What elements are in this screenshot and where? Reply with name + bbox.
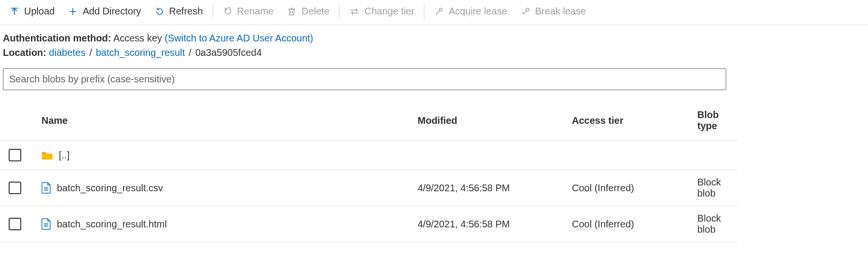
- row-blob-type: Block blob: [692, 206, 738, 242]
- breadcrumb-segment[interactable]: diabetes: [49, 45, 86, 60]
- svg-line-13: [436, 14, 437, 15]
- location-label: Location:: [3, 45, 46, 60]
- table-header-row: Name Modified Access tier Blob type: [0, 104, 738, 141]
- col-check-header: [0, 104, 37, 141]
- row-modified: 4/9/2021, 4:56:58 PM: [413, 206, 567, 242]
- refresh-button[interactable]: Refresh: [148, 3, 210, 20]
- trash-icon: [287, 7, 297, 16]
- table-row[interactable]: batch_scoring_result.html 4/9/2021, 4:56…: [0, 206, 738, 242]
- row-name: batch_scoring_result.csv: [57, 183, 163, 194]
- breadcrumb-sep: /: [189, 45, 191, 60]
- svg-line-12: [436, 11, 440, 14]
- col-tier-header[interactable]: Access tier: [567, 104, 692, 141]
- change-tier-icon: [349, 7, 360, 16]
- search-wrap: [0, 62, 868, 95]
- add-directory-button[interactable]: Add Directory: [61, 3, 148, 20]
- refresh-label: Refresh: [169, 6, 203, 17]
- row-access-tier: Cool (Inferred): [567, 170, 692, 206]
- break-lease-label: Break lease: [535, 6, 586, 17]
- delete-label: Delete: [301, 6, 329, 17]
- row-blob-type: Block blob: [692, 170, 738, 206]
- row-checkbox[interactable]: [9, 182, 21, 194]
- file-icon: [41, 218, 51, 230]
- col-name-header[interactable]: Name: [37, 104, 413, 141]
- upload-icon: [10, 7, 19, 16]
- col-modified-header[interactable]: Modified: [413, 104, 567, 141]
- delete-button: Delete: [280, 3, 336, 20]
- search-input[interactable]: [3, 68, 726, 90]
- toolbar-separator: [424, 4, 424, 19]
- break-lease-button: Break lease: [514, 3, 593, 20]
- breadcrumb-segment[interactable]: batch_scoring_result: [96, 45, 185, 60]
- row-name: [..]: [59, 150, 69, 161]
- row-access-tier: Cool (Inferred): [567, 206, 692, 242]
- acquire-lease-label: Acquire lease: [448, 6, 507, 17]
- row-access-tier: [567, 141, 692, 170]
- toolbar: Upload Add Directory Refresh: [0, 0, 868, 25]
- break-lease-icon: [521, 7, 530, 16]
- rename-button: Rename: [216, 3, 281, 20]
- row-modified: [413, 141, 567, 170]
- auth-label: Authentication method:: [3, 33, 111, 43]
- rename-label: Rename: [237, 6, 274, 17]
- row-checkbox[interactable]: [9, 149, 21, 161]
- row-modified: 4/9/2021, 4:56:58 PM: [413, 170, 567, 206]
- file-icon: [41, 182, 51, 194]
- plus-icon: [68, 7, 78, 16]
- svg-rect-4: [289, 9, 294, 15]
- col-type-header[interactable]: Blob type: [692, 104, 738, 141]
- add-directory-label: Add Directory: [82, 6, 141, 17]
- breadcrumb-sep: /: [89, 45, 92, 60]
- change-tier-button: Change tier: [342, 3, 421, 20]
- auth-row: Authentication method: Access key (Switc…: [3, 31, 865, 45]
- auth-switch-link[interactable]: (Switch to Azure AD User Account): [165, 33, 313, 43]
- blob-table: Name Modified Access tier Blob type [..]: [0, 104, 738, 242]
- refresh-icon: [155, 7, 164, 16]
- acquire-lease-button: Acquire lease: [427, 3, 514, 20]
- meta-block: Authentication method: Access key (Switc…: [0, 25, 868, 62]
- row-name: batch_scoring_result.html: [57, 219, 167, 230]
- toolbar-separator: [339, 4, 339, 19]
- svg-line-15: [524, 11, 527, 13]
- table-row[interactable]: batch_scoring_result.csv 4/9/2021, 4:56:…: [0, 170, 738, 206]
- table-row[interactable]: [..]: [0, 141, 738, 170]
- row-blob-type: [692, 141, 738, 170]
- acquire-lease-icon: [434, 7, 444, 16]
- auth-value: Access key: [113, 33, 162, 43]
- toolbar-separator: [213, 4, 213, 19]
- row-checkbox[interactable]: [9, 218, 21, 230]
- location-row: Location: diabetes / batch_scoring_resul…: [3, 45, 865, 60]
- upload-label: Upload: [24, 6, 54, 17]
- change-tier-label: Change tier: [365, 6, 414, 17]
- rename-icon: [223, 7, 232, 16]
- breadcrumb-current: 0a3a5905fced4: [195, 45, 262, 60]
- upload-button[interactable]: Upload: [3, 3, 61, 20]
- folder-icon: [41, 150, 53, 160]
